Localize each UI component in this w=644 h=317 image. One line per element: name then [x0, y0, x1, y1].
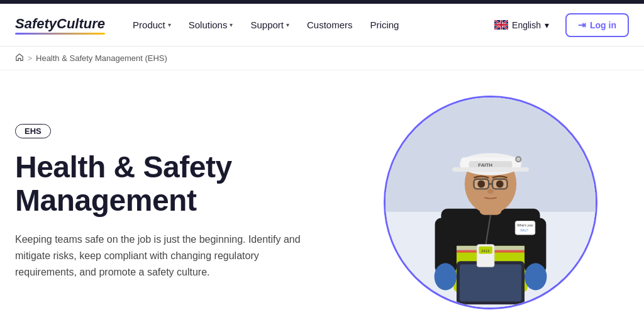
nav-pricing-label: Pricing [370, 19, 399, 30]
nav-product-label: Product [133, 19, 165, 30]
svg-rect-15 [460, 264, 521, 301]
svg-rect-35 [516, 221, 535, 235]
nav-item-pricing[interactable]: Pricing [363, 14, 407, 35]
nav-product-chevron: ▾ [168, 21, 171, 28]
language-label: English [512, 20, 541, 30]
language-selector[interactable]: English ▾ [488, 16, 555, 34]
hero-image-right: FAITH [353, 96, 629, 309]
nav-support-chevron: ▾ [286, 21, 289, 28]
language-chevron-icon: ▾ [545, 20, 549, 30]
nav-solutions-chevron: ▾ [230, 21, 233, 28]
svg-point-13 [525, 263, 547, 290]
hero-description: Keeping teams safe on the job is just th… [15, 231, 317, 281]
breadcrumb-home-icon[interactable] [15, 53, 24, 64]
nav-customers-label: Customers [307, 19, 353, 30]
breadcrumb-separator: > [28, 54, 32, 63]
nav-right: English ▾ ⇥ Log in [488, 13, 629, 37]
nav-item-product[interactable]: Product ▾ [125, 14, 179, 35]
worker-circle-image: FAITH [384, 96, 597, 309]
login-label: Log in [590, 20, 616, 30]
navbar: SafetyCulture Product ▾ Solutions ▾ Supp… [0, 4, 644, 47]
svg-point-28 [478, 181, 486, 188]
ehs-badge: EHS [15, 124, 51, 138]
svg-rect-21 [452, 167, 529, 172]
svg-text:Why?: Why? [521, 229, 529, 232]
hero-title: Health & Safety Management [15, 151, 328, 218]
nav-items: Product ▾ Solutions ▾ Support ▾ Customer… [125, 14, 488, 35]
svg-point-12 [435, 263, 457, 290]
svg-point-29 [496, 181, 504, 188]
hero-title-line2: Management [15, 184, 196, 217]
nav-support-label: Support [250, 19, 284, 30]
svg-point-30 [487, 189, 494, 194]
nav-item-customers[interactable]: Customers [299, 14, 360, 35]
logo[interactable]: SafetyCulture [15, 16, 105, 35]
flag-icon [494, 20, 508, 30]
svg-text:FAITH: FAITH [479, 162, 493, 168]
worker-illustration: FAITH [386, 97, 596, 308]
breadcrumb-current-page: Health & Safety Management (EHS) [36, 53, 167, 63]
logo-culture-text: Culture [57, 16, 105, 31]
hero-content-left: EHS Health & Safety Management Keeping t… [15, 124, 353, 281]
svg-point-39 [517, 157, 521, 161]
nav-item-solutions[interactable]: Solutions ▾ [181, 14, 241, 35]
nav-item-support[interactable]: Support ▾ [243, 14, 297, 35]
svg-text:What's your: What's your [518, 224, 534, 227]
nav-solutions-label: Solutions [189, 19, 228, 30]
logo-safety-text: Safety [15, 16, 57, 31]
login-button[interactable]: ⇥ Log in [565, 13, 629, 37]
hero-section: EHS Health & Safety Management Keeping t… [0, 70, 644, 317]
hero-title-line1: Health & Safety [15, 150, 232, 184]
svg-text:2413: 2413 [482, 249, 491, 253]
login-icon: ⇥ [578, 19, 586, 31]
breadcrumb: > Health & Safety Management (EHS) [0, 47, 644, 70]
